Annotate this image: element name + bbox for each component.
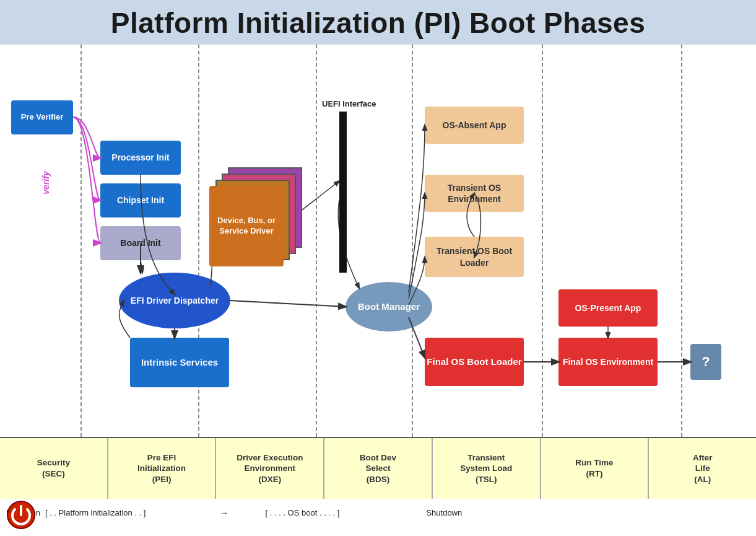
phase-tsl: TransientSystem Load(TSL) <box>433 438 541 499</box>
uefi-interface-label: UEFI Interface <box>322 99 376 108</box>
phase-bds: Boot DevSelect(BDS) <box>324 438 433 499</box>
verify-label: verify <box>41 171 51 194</box>
question-mark-box: ? <box>690 344 721 380</box>
main-container: Platform Initialization (PI) Boot Phases… <box>0 0 756 536</box>
efi-driver-dispatcher-ellipse: EFI Driver Dispatcher <box>119 273 230 328</box>
phase-labels: Security(SEC) Pre EFIInitialization(PEI)… <box>0 437 756 499</box>
col-divider-6 <box>681 45 682 437</box>
power-icon <box>6 500 36 530</box>
diagram-area: Pre Verifier Processor Init Chipset Init… <box>0 45 756 536</box>
board-init-box: Board Init <box>100 226 181 260</box>
uefi-bar <box>339 112 347 273</box>
intrinsic-services-box: Intrinsic Services <box>130 338 229 387</box>
final-os-environment-box: Final OS Environment <box>558 338 658 386</box>
phase-rt: Run Time(RT) <box>541 438 650 499</box>
boot-manager-ellipse: Boot Manager <box>345 282 432 332</box>
boot-timeline: Power on [ . . Platform initialization .… <box>0 500 756 525</box>
col-divider-3 <box>316 45 317 437</box>
transient-os-env-box: Transient OS Environment <box>425 175 524 212</box>
transient-os-boot-loader-box: Transient OS Boot Loader <box>425 237 524 277</box>
col-divider-5 <box>542 45 543 437</box>
phase-al: AfterLife(AL) <box>649 438 756 499</box>
os-present-app-box: OS-Present App <box>558 289 658 327</box>
col-divider-1 <box>80 45 82 437</box>
phase-pei: Pre EFIInitialization(PEI) <box>108 438 217 499</box>
page-title: Platform Initialization (PI) Boot Phases <box>0 0 756 45</box>
device-bus-driver-box: Device, Bus, or Service Driver <box>209 186 284 266</box>
phase-dxe: Driver ExecutionEnvironment(DXE) <box>216 438 324 499</box>
pre-verifier-box: Pre Verifier <box>11 100 73 134</box>
col-divider-4 <box>412 45 413 437</box>
os-absent-app-box: OS-Absent App <box>425 107 524 144</box>
final-os-boot-loader-box: Final OS Boot Loader <box>425 338 524 386</box>
phase-sec: Security(SEC) <box>0 438 108 499</box>
chipset-init-box: Chipset Init <box>100 183 181 217</box>
processor-init-box: Processor Init <box>100 141 181 175</box>
